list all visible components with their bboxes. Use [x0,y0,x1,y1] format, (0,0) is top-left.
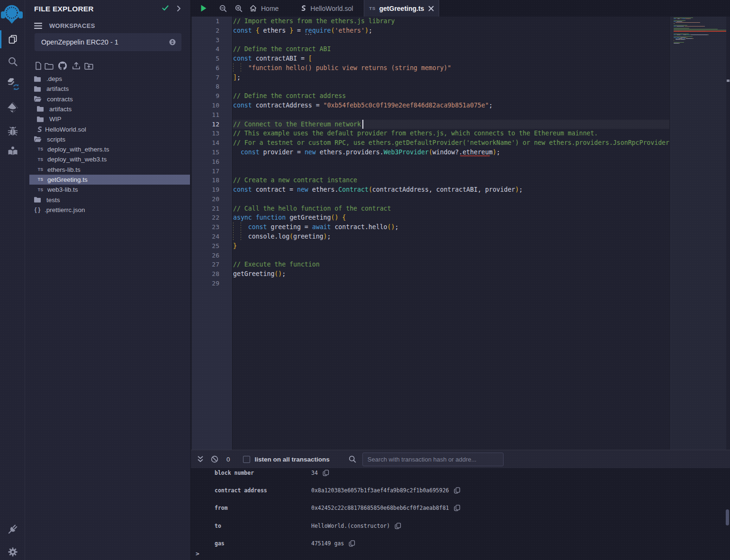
hamburger-menu-icon[interactable] [34,22,42,29]
minimap-line [676,21,682,22]
code-line[interactable] [233,110,669,120]
code-line[interactable] [233,251,669,260]
workspace-select[interactable]: OpenZeppelin ERC20 - 1 [35,33,181,51]
terminal-prompt[interactable]: > [196,550,199,557]
tree-item-.deps[interactable]: .deps [29,74,190,84]
code-line[interactable]: const greeting = await contract.hello(); [233,222,669,232]
terminal-scrollbar[interactable] [726,509,729,525]
tab-bar: HomeHelloWorld.solTSgetGreeting.ts [191,0,730,17]
expand-terminal-icon[interactable] [197,455,204,463]
listen-transactions-label[interactable]: listen on all transactions [255,456,330,463]
tree-item-label: deploy_with_ethers.ts [47,146,109,153]
upload-folder-button[interactable] [84,60,94,70]
activity-item-file-explorer[interactable] [0,28,25,51]
tree-item-web3-lib.ts[interactable]: TSweb3-lib.ts [29,185,190,195]
tree-item-getGreeting.ts[interactable]: TSgetGreeting.ts [29,175,190,185]
listen-transactions-checkbox[interactable] [243,456,250,463]
tab-HelloWorld.sol[interactable]: HelloWorld.sol [289,0,364,17]
code-editor[interactable]: 1234567891011121314151617181920212223242… [191,17,730,450]
code-line[interactable] [233,36,669,45]
editor-code[interactable]: // Import ethers from the ethers.js libr… [233,17,669,450]
code-line[interactable]: // Connect to the Ethereum network [233,120,669,129]
tree-item-HelloWorld.sol[interactable]: HelloWorld.sol [29,124,190,134]
tree-item-artifacts[interactable]: artifacts [29,104,190,114]
code-line[interactable]: const contractAddress = "0xb54febb5c0c0f… [233,101,669,110]
code-line[interactable] [233,157,669,167]
minimap-line [674,40,674,41]
code-line[interactable]: // Define the contract address [233,91,669,101]
terminal-search-input[interactable] [362,453,504,466]
tree-item-contracts[interactable]: contracts [29,94,190,104]
line-number: 1 [196,17,219,26]
chevron-right-icon[interactable] [177,5,181,12]
minimap-line [674,42,684,43]
upload-file-button[interactable] [72,60,84,70]
tree-item-ethers-lib.ts[interactable]: TSethers-lib.ts [29,165,190,175]
code-line[interactable]: // Define the contract ABI [233,44,669,54]
activity-item-settings[interactable] [0,541,25,560]
code-line[interactable]: getGreeting(); [233,269,669,279]
code-line[interactable]: // Import ethers from the ethers.js libr… [233,17,669,26]
terminal-row-key: to [215,523,221,529]
copy-icon[interactable] [323,470,329,476]
line-number: 26 [196,251,219,260]
create-file-button[interactable] [35,60,45,70]
minimap-line [676,39,681,40]
copy-icon[interactable] [454,505,460,511]
tree-item-deploy_with_web3.ts[interactable]: TSdeploy_with_web3.ts [29,154,190,164]
code-line[interactable]: // This example uses the default provide… [233,129,669,138]
copy-icon[interactable] [454,487,460,494]
code-line[interactable]: // For a testnet or custom RPC, use ethe… [233,138,669,148]
tree-item-scripts[interactable]: scripts [29,134,190,144]
create-folder-button[interactable] [45,60,58,70]
code-line[interactable] [233,82,669,91]
activity-item-deploy-run[interactable] [0,96,25,119]
indent-guide [241,222,241,232]
tree-item-WIP[interactable]: WIP [29,114,190,124]
code-line[interactable]: // Create a new contract instance [233,176,669,185]
solidity-file-icon [36,126,42,133]
code-line[interactable]: // Call the hello function of the contra… [233,204,669,213]
overview-ruler[interactable] [726,17,730,450]
activity-item-search[interactable] [0,50,25,73]
line-number: 14 [196,138,219,148]
code-line[interactable]: const contract = new ethers.Contract(con… [233,185,669,195]
tab-getGreeting.ts[interactable]: TSgetGreeting.ts [364,0,439,17]
code-line[interactable]: // Execute the function [233,260,669,269]
code-line[interactable]: } [233,241,669,251]
zoom-out-button[interactable] [215,0,231,17]
code-line[interactable]: const contractABI = [ [233,54,669,63]
code-line[interactable]: ]; [233,73,669,82]
code-line[interactable]: async function getGreeting() { [233,213,669,222]
tree-item-label: scripts [47,136,65,143]
code-line[interactable]: console.log(greeting); [233,232,669,241]
tree-item-deploy_with_ethers.ts[interactable]: TSdeploy_with_ethers.ts [29,144,190,154]
code-line[interactable]: const provider = new ethers.providers.We… [233,148,669,157]
activity-item-debugger[interactable] [0,120,25,142]
close-icon[interactable] [428,6,434,11]
minimap-line [674,35,676,35]
code-line[interactable]: const { ethers } = require('ethers'); [233,26,669,36]
activity-item-plugin-manager[interactable] [0,518,25,541]
copy-icon[interactable] [349,540,355,547]
code-line[interactable] [233,195,669,204]
code-line[interactable] [233,167,669,176]
ethereum-icon [7,102,18,113]
copy-icon[interactable] [395,523,401,529]
clear-console-icon[interactable] [211,455,218,463]
clone-git-button[interactable] [58,60,72,70]
braces-file-icon: { } [34,207,42,213]
code-line[interactable] [233,279,669,288]
remix-logo-icon[interactable] [1,2,23,25]
tree-item-.prettierrc.json[interactable]: { }.prettierrc.json [29,205,190,215]
search-icon [349,455,356,463]
code-line[interactable]: "function hello() public view returns (s… [233,63,669,73]
activity-item-learneth[interactable] [0,140,25,162]
minimap[interactable] [669,17,726,450]
tree-item-tests[interactable]: tests [29,195,190,205]
run-script-button[interactable] [194,0,213,17]
activity-item-solidity-compiler[interactable] [0,73,25,96]
tree-item-artifacts[interactable]: artifacts [29,84,190,94]
github-icon [58,62,67,70]
tab-Home[interactable]: Home [239,0,289,17]
